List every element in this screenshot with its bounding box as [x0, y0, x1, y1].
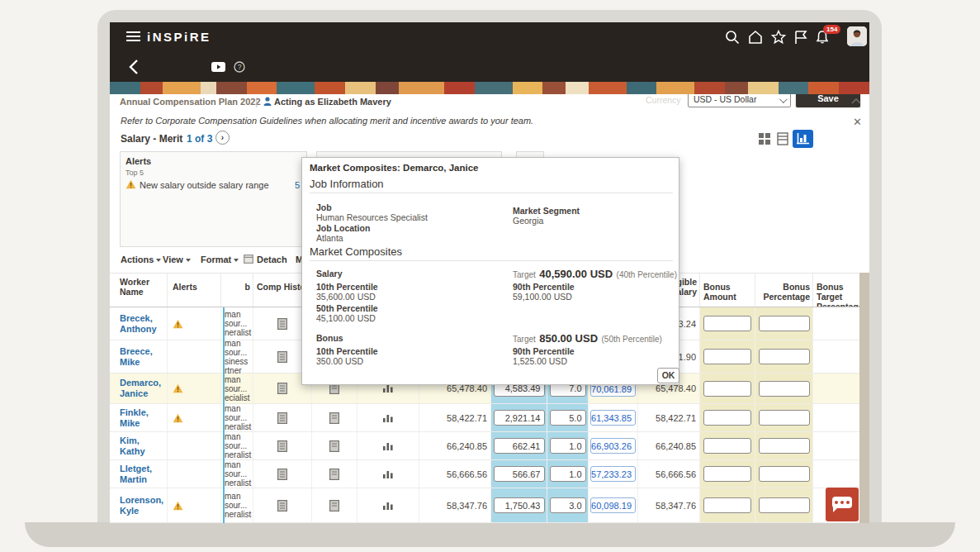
bonus-percentage-input[interactable] — [759, 349, 810, 364]
bonus-amount-input[interactable] — [703, 349, 751, 364]
list-view-icon[interactable] — [777, 132, 788, 145]
warning-icon[interactable] — [173, 319, 183, 329]
merit-percentage-input[interactable] — [550, 410, 586, 426]
target-note: (40th Percentile) — [617, 270, 677, 279]
close-icon[interactable]: ✕ — [853, 116, 862, 128]
bonus-percentage-input[interactable] — [759, 466, 810, 482]
actions-menu[interactable]: Actions — [121, 255, 161, 264]
document-icon[interactable] — [329, 500, 339, 512]
merit-amount-input[interactable] — [494, 410, 545, 426]
collapse-chevron-icon[interactable] — [851, 97, 861, 105]
warning-icon[interactable] — [173, 413, 183, 423]
bonus-label: Bonus — [316, 333, 343, 343]
bar-chart-icon[interactable] — [382, 413, 394, 423]
comp-history-icon[interactable] — [277, 440, 287, 452]
bonus-percentage-input[interactable] — [759, 497, 810, 513]
new-salary-box: 61,343.85 — [590, 410, 636, 426]
column-bonus-percentage[interactable]: Bonus Percentage — [755, 274, 813, 307]
comp-history-icon[interactable] — [277, 383, 287, 394]
bonus-percentage-input[interactable] — [759, 410, 810, 426]
grid-view-icon[interactable] — [758, 132, 771, 145]
chat-bubble-tail — [833, 507, 838, 512]
merit-amount-input[interactable] — [494, 497, 545, 513]
chat-button[interactable] — [826, 488, 859, 521]
help-icon[interactable]: ? — [234, 61, 245, 73]
divider: | — [255, 96, 258, 107]
target-label: Target — [513, 270, 536, 279]
bonus-percentage-input[interactable] — [759, 316, 810, 331]
alert-message: New salary outside salary range — [140, 180, 269, 190]
bonus-p90-label: 90th Percentile — [513, 346, 575, 356]
ok-button[interactable]: OK — [657, 368, 679, 383]
flag-icon[interactable] — [793, 29, 809, 45]
column-worker-name[interactable]: Worker Name — [110, 274, 168, 307]
frozen-pane-divider[interactable] — [223, 307, 225, 523]
bar-chart-icon[interactable] — [382, 441, 394, 451]
column-alerts[interactable]: Alerts — [168, 274, 221, 307]
merit-amount-input[interactable] — [494, 438, 545, 454]
user-avatar[interactable] — [847, 26, 867, 46]
document-icon[interactable] — [329, 469, 339, 480]
bonus-amount-input[interactable] — [703, 381, 751, 397]
column-bonus-amount[interactable]: Bonus Amount — [700, 274, 755, 307]
worker-name-link[interactable]: Lletget, Martin — [120, 464, 167, 485]
view-menu[interactable]: View — [163, 255, 191, 264]
merit-percentage-input[interactable] — [550, 466, 586, 482]
chevron-down-icon — [779, 95, 788, 103]
warning-icon[interactable] — [173, 383, 183, 393]
bonus-amount-input[interactable] — [703, 466, 751, 482]
p50-label: 50th Percentile — [316, 303, 378, 313]
worker-name-link[interactable]: Demarco, Janice — [120, 378, 167, 399]
notification-count-badge[interactable]: 154 — [823, 25, 840, 34]
bonus-amount-input[interactable] — [703, 316, 751, 331]
comp-history-icon[interactable] — [277, 469, 287, 480]
comp-history-icon[interactable] — [277, 351, 287, 363]
column-job-clipped[interactable]: b — [221, 274, 253, 307]
document-icon[interactable] — [329, 412, 339, 424]
back-chevron-icon[interactable] — [128, 59, 140, 75]
worker-name-link[interactable]: Lorenson, Kyle — [120, 495, 167, 516]
detach-icon — [244, 255, 253, 264]
merit-percentage-input[interactable] — [550, 497, 586, 513]
salary-value: 58,347.76 — [419, 488, 491, 522]
guidelines-text: Refer to Corporate Compensation Guidelin… — [121, 116, 533, 126]
merit-percentage-input[interactable] — [550, 438, 586, 454]
home-icon[interactable] — [747, 29, 764, 45]
vertical-scrollbar[interactable] — [859, 273, 869, 523]
bonus-percentage-input[interactable] — [759, 438, 810, 454]
worker-name-link[interactable]: Brecek, Anthony — [120, 313, 167, 335]
comp-history-icon[interactable] — [277, 500, 287, 512]
bonus-p10-value: 350.00 USD — [316, 356, 363, 366]
target-value: 40,590.00 USD — [539, 268, 613, 280]
dialog-title: Market Composites: Demarco, Janice — [310, 163, 479, 173]
favorites-star-icon[interactable] — [770, 29, 787, 45]
bar-chart-icon[interactable] — [382, 469, 394, 479]
chart-view-button-active[interactable] — [793, 130, 813, 148]
bar-chart-icon[interactable] — [382, 501, 394, 511]
format-menu[interactable]: Format — [201, 255, 239, 264]
bonus-percentage-input[interactable] — [759, 381, 810, 397]
target-note: (50th Percentile) — [602, 335, 662, 344]
new-salary-box: 66,903.26 — [590, 438, 636, 454]
worker-name-link[interactable]: Kim, Kathy — [120, 435, 167, 457]
next-section-arrow[interactable]: › — [215, 131, 230, 145]
acting-as-label: Acting as Elizabeth Mavery — [274, 97, 391, 107]
merit-amount-input[interactable] — [494, 466, 545, 482]
search-icon[interactable] — [724, 29, 741, 45]
bonus-amount-input[interactable] — [703, 497, 751, 513]
comp-history-icon[interactable] — [277, 318, 287, 330]
job-label: Job — [316, 202, 332, 212]
video-icon[interactable] — [211, 62, 225, 72]
comp-history-icon[interactable] — [277, 412, 287, 424]
proxy-person-icon — [263, 97, 272, 106]
alert-count-link[interactable]: 5 — [295, 180, 300, 190]
bonus-amount-input[interactable] — [703, 410, 751, 426]
hamburger-menu-icon[interactable] — [126, 31, 140, 42]
warning-icon[interactable] — [173, 501, 183, 511]
document-icon[interactable] — [329, 440, 339, 452]
bonus-amount-input[interactable] — [703, 438, 751, 454]
worker-name-link[interactable]: Finkle, Mike — [120, 407, 167, 429]
worker-name-link[interactable]: Breece, Mike — [120, 346, 167, 368]
app-logo: iNSPiRE — [147, 30, 211, 44]
detach-button[interactable]: Detach — [257, 255, 287, 264]
